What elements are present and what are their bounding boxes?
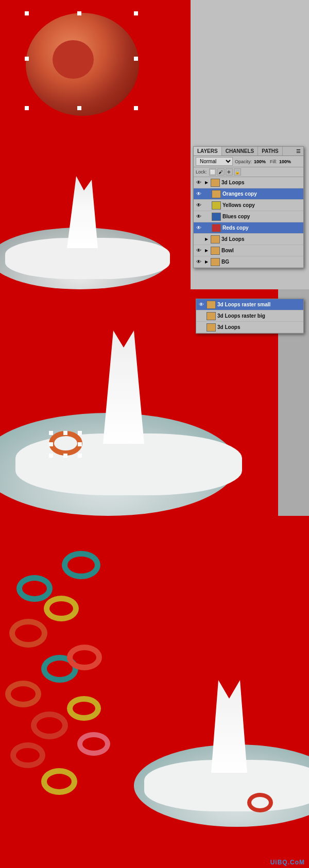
donut-hole xyxy=(53,40,94,79)
cereal-loop-red-3 xyxy=(10,742,45,768)
cereal-loop-pink-1 xyxy=(77,732,110,756)
layer-row-bowl[interactable]: 👁 ▶ Bowl xyxy=(194,245,303,256)
cereal-loop-orange-2 xyxy=(5,681,41,707)
red-loop-in-bowl xyxy=(247,793,273,812)
mid-splash-spike xyxy=(103,331,144,444)
mid-layer-row-3d-loops[interactable]: 👁 3d Loops xyxy=(196,322,303,333)
selection-handle xyxy=(78,431,82,435)
layer-thumbnail xyxy=(211,235,220,244)
layer-expand-icon[interactable]: ▶ xyxy=(204,259,209,265)
selection-handle xyxy=(77,11,81,15)
layer-name-3d-loops: 3d Loops xyxy=(217,324,240,330)
opacity-value[interactable]: 100% xyxy=(254,159,266,164)
tab-channels[interactable]: CHANNELS xyxy=(222,147,259,155)
mid-layer-row-raster-big[interactable]: 👁 3d Loops raster big xyxy=(196,310,303,322)
layer-thumbnail xyxy=(212,213,221,221)
panel-menu-button[interactable]: ☰ xyxy=(294,147,303,155)
milk-splash-area xyxy=(0,166,191,289)
lock-all-button[interactable]: 🔒 xyxy=(234,168,241,176)
selection-handle xyxy=(134,106,138,110)
layer-eye-icon[interactable]: 👁 xyxy=(195,224,202,232)
cereal-loops-scattered xyxy=(0,516,309,868)
selection-handle xyxy=(25,57,29,61)
layer-thumbnail xyxy=(207,301,216,309)
layer-row-3d-loops[interactable]: 👁 ▶ 3d Loops xyxy=(194,177,303,188)
canvas-section-mid: 👁 3d Loops raster small 👁 3d Loops raste… xyxy=(0,289,309,516)
layer-row-blues-copy[interactable]: 👁 Blues copy xyxy=(194,211,303,222)
cereal-loop-orange-1 xyxy=(9,619,47,648)
selection-handle xyxy=(49,431,53,435)
layer-eye-icon[interactable]: 👁 xyxy=(195,202,202,209)
blending-mode-select[interactable]: Normal Multiply Screen xyxy=(196,157,233,166)
lock-row: Lock: ⬜ 🖌 ✛ 🔒 xyxy=(194,167,303,177)
selection-handle xyxy=(63,454,67,458)
layer-expand-icon[interactable]: ▶ xyxy=(204,180,209,185)
lock-position-button[interactable]: ✛ xyxy=(226,168,233,176)
layer-row-oranges-copy[interactable]: 👁 Oranges copy xyxy=(194,188,303,200)
opacity-label: Opacity: xyxy=(235,159,252,164)
layer-eye-icon[interactable]: 👁 xyxy=(195,258,202,266)
layer-name-reds-copy: Reds copy xyxy=(222,225,249,231)
layer-eye-icon[interactable]: 👁 xyxy=(195,190,202,198)
mid-layers-panel: 👁 3d Loops raster small 👁 3d Loops raste… xyxy=(196,299,304,334)
lock-label: Lock: xyxy=(196,169,207,175)
layer-thumbnail xyxy=(212,224,221,232)
selection-handle xyxy=(25,106,29,110)
selection-handle xyxy=(49,454,53,458)
cereal-loop-yellow-2 xyxy=(67,696,101,721)
selection-handle xyxy=(49,442,53,446)
cereal-loop-teal-1 xyxy=(62,551,100,579)
lock-transparent-button[interactable]: ⬜ xyxy=(209,168,216,176)
layer-name-bg: BG xyxy=(221,259,229,265)
layer-thumbnail xyxy=(211,247,220,255)
layer-name-oranges-copy: Oranges copy xyxy=(222,191,257,197)
selection-handle xyxy=(78,442,82,446)
panel-options-row: Normal Multiply Screen Opacity: 100% Fil… xyxy=(194,156,303,167)
selection-handle xyxy=(134,57,138,61)
tab-paths[interactable]: PATHS xyxy=(258,147,282,155)
selection-handle xyxy=(25,11,29,15)
layer-eye-icon[interactable]: 👁 xyxy=(198,301,205,308)
fill-value[interactable]: 100% xyxy=(279,159,291,164)
layer-row-bg[interactable]: 👁 ▶ BG xyxy=(194,256,303,268)
layer-expand-icon[interactable]: ▶ xyxy=(204,248,209,253)
layer-name-raster-big: 3d Loops raster big xyxy=(217,313,265,319)
layer-thumbnail xyxy=(207,323,216,332)
layer-row-reds-copy[interactable]: 👁 Reds copy xyxy=(194,222,303,234)
layer-expand-icon[interactable]: ▶ xyxy=(204,237,209,242)
layer-thumbnail xyxy=(212,201,221,210)
cereal-loop-yellow-3 xyxy=(41,768,77,795)
cereal-loop-red-2 xyxy=(31,711,68,739)
selection-handle xyxy=(78,454,82,458)
selection-handle xyxy=(134,11,138,15)
canvas-top xyxy=(0,0,191,289)
layer-name-yellows-copy: Yellows copy xyxy=(222,202,255,208)
mid-layer-row-raster-small[interactable]: 👁 3d Loops raster small xyxy=(196,299,303,310)
layer-row-yellows-copy[interactable]: 👁 Yellows copy xyxy=(194,200,303,211)
lock-icons: ⬜ 🖌 ✛ 🔒 xyxy=(209,168,241,176)
donut-image xyxy=(15,5,160,108)
layer-name: 3d Loops xyxy=(221,236,244,242)
canvas-section-top: LAYERS CHANNELS PATHS ☰ Normal Multiply … xyxy=(0,0,309,289)
fill-label: Fill: xyxy=(270,159,277,164)
panel-tabs: LAYERS CHANNELS PATHS ☰ xyxy=(194,147,303,156)
layer-name-bowl: Bowl xyxy=(221,248,234,253)
cereal-loop-teal-2 xyxy=(16,575,53,602)
bottom-splash-spike xyxy=(211,680,247,773)
cereal-loop-yellow-1 xyxy=(44,596,79,621)
layer-thumbnail xyxy=(211,179,220,187)
layer-name: 3d Loops xyxy=(221,180,244,185)
layer-name-raster-small: 3d Loops raster small xyxy=(217,302,270,307)
cereal-loop-selected xyxy=(49,431,88,459)
layer-eye-icon[interactable]: 👁 xyxy=(195,247,202,254)
layer-thumbnail xyxy=(211,258,220,266)
layer-thumbnail xyxy=(212,190,221,198)
layer-eye-icon[interactable]: 👁 xyxy=(195,213,202,220)
canvas-section-bottom: UiBQ.CoM xyxy=(0,516,309,868)
tab-layers[interactable]: LAYERS xyxy=(194,147,222,155)
selection-handle xyxy=(77,106,81,110)
layer-thumbnail xyxy=(207,312,216,320)
layer-eye-icon[interactable]: 👁 xyxy=(195,179,202,186)
layer-row-3d-loops2[interactable]: 👁 ▶ 3d Loops xyxy=(194,234,303,245)
lock-image-button[interactable]: 🖌 xyxy=(217,168,225,176)
